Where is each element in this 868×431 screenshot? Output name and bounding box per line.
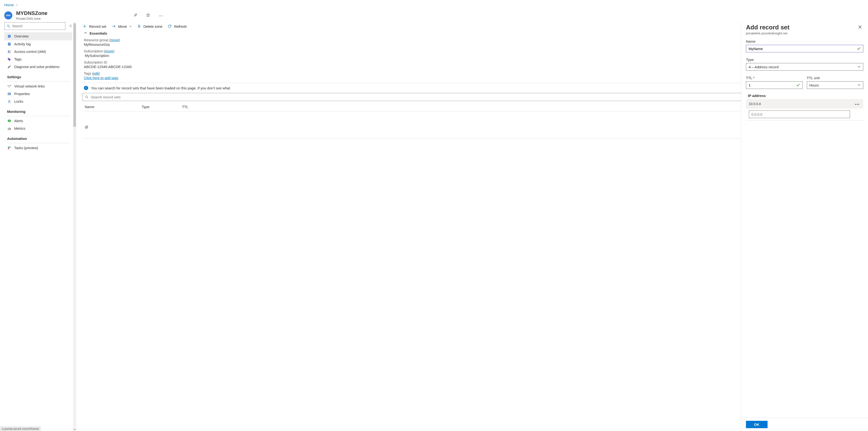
divider (7, 116, 70, 116)
trash-icon (137, 24, 141, 28)
vnet-links-icon (7, 85, 11, 88)
chevron-down-icon (857, 65, 861, 69)
sidebar-item-properties[interactable]: Properties (4, 90, 72, 98)
close-icon (858, 25, 862, 29)
sidebar-item-vnet-links[interactable]: Virtual network links (4, 83, 72, 90)
ip-row-more-button[interactable] (854, 101, 860, 106)
add-record-set-button[interactable]: Record set (83, 24, 106, 28)
sidebar-group-monitoring: Monitoring (4, 105, 73, 115)
cell-name: @ (85, 125, 142, 129)
blade-subtitle: privatelink.azurehdinsight.net (746, 32, 857, 35)
sidebar-group-automation: Automation (4, 132, 73, 142)
refresh-button[interactable]: Refresh (167, 24, 187, 28)
info-text: You can search for record sets that have… (91, 86, 230, 90)
sidebar-item-label: Properties (14, 92, 30, 96)
sidebar-search-input[interactable] (12, 24, 63, 28)
sidebar-group-settings: Settings (4, 71, 73, 80)
chevron-right-icon (16, 3, 18, 7)
favorite-button[interactable] (144, 11, 153, 19)
blade-footer: OK (741, 418, 868, 431)
search-icon (7, 24, 10, 28)
svg-rect-21 (10, 93, 11, 95)
tool-label: Record set (89, 24, 106, 28)
sidebar-item-overview[interactable]: Overview (4, 32, 72, 40)
sidebar-scrollbar[interactable] (73, 22, 76, 431)
pin-button[interactable] (131, 11, 140, 19)
page-header: DNS MYDNSZone Private DNS zone (0, 8, 868, 22)
sidebar-item-label: Activity log (14, 42, 31, 46)
sidebar-item-label: Locks (14, 99, 23, 103)
ip-input[interactable] (751, 112, 847, 117)
subscription-move-link[interactable]: move (105, 49, 113, 53)
ok-button[interactable]: OK (746, 421, 768, 428)
breadcrumb: Home (0, 0, 868, 8)
scroll-down-icon[interactable] (73, 428, 76, 431)
sidebar-search[interactable] (4, 22, 65, 30)
ip-input-wrap[interactable] (749, 111, 850, 118)
ttl-unit-select[interactable]: Hours (807, 81, 864, 89)
activity-log-icon (7, 42, 11, 46)
svg-point-36 (86, 96, 87, 98)
sidebar-item-label: Diagnose and solve problems (14, 65, 60, 69)
status-bar-url: s.portal.azure.com/#home (0, 427, 41, 431)
divider (7, 143, 70, 143)
svg-rect-23 (8, 120, 11, 122)
name-input-wrap[interactable] (746, 45, 863, 52)
col-type[interactable]: Type (140, 102, 180, 111)
tasks-icon (7, 146, 11, 150)
blade-title: Add record set (746, 24, 857, 31)
sidebar-item-metrics[interactable]: Metrics (4, 125, 72, 132)
svg-rect-28 (8, 147, 9, 148)
essentials-label: Essentials (90, 31, 107, 35)
collapse-sidebar-button[interactable] (68, 23, 73, 29)
ip-value: 10.0.0.4 (749, 102, 852, 106)
move-button[interactable]: Move (112, 24, 132, 28)
ttl-label: TTL (746, 76, 803, 80)
svg-rect-26 (9, 127, 10, 130)
col-name[interactable]: Name (83, 102, 140, 111)
name-label: Name (746, 39, 863, 43)
svg-point-41 (857, 104, 857, 104)
add-record-set-blade: Add record set privatelink.azurehdinsigh… (741, 22, 868, 431)
breadcrumb-home-link[interactable]: Home (4, 3, 14, 7)
close-blade-button[interactable] (857, 24, 863, 31)
type-label: Type (746, 58, 863, 62)
type-select[interactable]: A – Address record (746, 63, 863, 71)
sidebar-item-tasks[interactable]: Tasks (preview) (4, 144, 72, 152)
scroll-thumb[interactable] (73, 25, 76, 127)
name-input[interactable] (749, 46, 855, 51)
resource-group-move-link[interactable]: move (111, 38, 119, 42)
more-actions-button[interactable] (156, 12, 165, 19)
tags-icon (7, 57, 11, 61)
svg-line-37 (87, 97, 88, 98)
svg-rect-11 (8, 44, 9, 45)
tool-label: Refresh (174, 24, 187, 28)
col-ttl[interactable]: TTL (180, 102, 220, 111)
ttl-input[interactable] (749, 83, 794, 88)
tags-add-link[interactable]: Click here to add tags (84, 76, 118, 80)
diagnose-icon (7, 65, 11, 69)
page-subtitle: Private DNS zone (16, 17, 48, 21)
sidebar-item-diagnose[interactable]: Diagnose and solve problems (4, 63, 72, 71)
sidebar-item-activity-log[interactable]: Activity log (4, 40, 72, 48)
sidebar-item-alerts[interactable]: Alerts (4, 117, 72, 125)
ip-address-row[interactable]: 10.0.0.4 (746, 99, 863, 109)
page-title: MYDNSZone (16, 10, 48, 17)
check-icon (857, 47, 861, 51)
info-icon: i (84, 86, 88, 90)
sidebar-item-access-control[interactable]: Access control (IAM) (4, 48, 72, 56)
svg-point-13 (9, 51, 10, 52)
sidebar-item-label: Tags (14, 57, 22, 61)
sidebar-item-label: Tasks (preview) (14, 146, 38, 150)
tags-edit-link[interactable]: edit (93, 71, 99, 75)
ellipsis-icon (855, 103, 860, 105)
svg-point-0 (159, 16, 160, 16)
svg-rect-22 (8, 101, 10, 103)
svg-line-4 (9, 27, 10, 28)
sidebar-item-locks[interactable]: Locks (4, 98, 72, 105)
ip-address-label: IP address (748, 94, 863, 98)
type-value: A – Address record (749, 65, 856, 69)
ttl-input-wrap[interactable] (746, 81, 803, 89)
sidebar-item-tags[interactable]: Tags (4, 56, 72, 63)
delete-zone-button[interactable]: Delete zone (137, 24, 162, 28)
